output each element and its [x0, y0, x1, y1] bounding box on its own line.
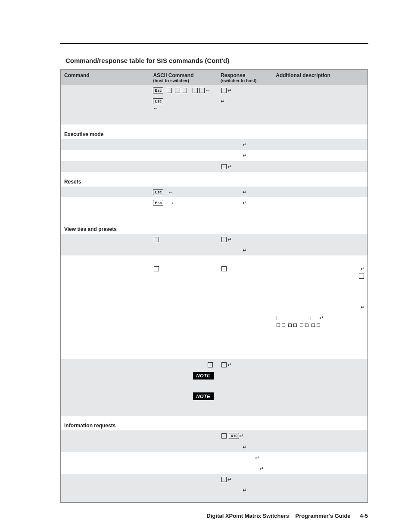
table-row [61, 208, 367, 219]
table-row [61, 495, 367, 502]
col-description: Additional description [272, 70, 367, 85]
command-table-frame: Command ASCII Command(host to switcher) … [60, 69, 368, 503]
table-row: NOTE [61, 391, 367, 402]
col-response: Response(switcher to host) [217, 70, 272, 85]
note-badge: NOTE [193, 392, 214, 400]
table-row: Esc [61, 85, 367, 96]
table-row [61, 485, 367, 495]
footer-guide: Programmer's Guide [296, 513, 351, 519]
section-header: View ties and presets [61, 219, 367, 234]
table-row [61, 113, 367, 124]
table-row [61, 161, 367, 171]
table-row [61, 474, 367, 485]
table-row [61, 263, 367, 281]
table-row [61, 255, 367, 263]
page-number: 4-5 [360, 513, 368, 519]
esc-key-icon: Esc [153, 87, 163, 93]
table-row [61, 139, 367, 150]
table-row [61, 330, 367, 359]
col-ascii: ASCII Command(host to switcher) [149, 70, 217, 85]
table-row [61, 402, 367, 416]
table-row: Esc [61, 187, 367, 197]
table-row: X10 [61, 430, 367, 441]
section-title: Command/response table for SIS commands … [65, 57, 368, 64]
esc-key-icon: Esc [153, 189, 163, 195]
table-row [61, 441, 367, 452]
esc-key-icon: Esc [153, 200, 163, 206]
section-header: Information requests [61, 416, 367, 430]
table-row [61, 150, 367, 161]
table-row [61, 312, 367, 330]
esc-key-icon: Esc [153, 98, 163, 104]
table-row [61, 302, 367, 312]
footer-product: Digital XPoint Matrix Switchers [207, 513, 289, 519]
table-header: Command ASCII Command(host to switcher) … [61, 70, 367, 85]
table-row: Esc [61, 197, 367, 208]
section-header: Resets [61, 172, 367, 187]
col-command: Command [61, 70, 149, 85]
section-header: Executive mode [61, 124, 367, 139]
note-badge: NOTE [193, 372, 214, 380]
command-table: Command ASCII Command(host to switcher) … [61, 70, 367, 502]
table-row [61, 245, 367, 255]
table-row [61, 281, 367, 302]
page-footer: Digital XPoint Matrix Switchers Programm… [207, 513, 368, 519]
table-row: NOTE [61, 370, 367, 381]
table-row: Esc [61, 96, 367, 113]
x10-badge: X10 [229, 433, 239, 439]
page: Command/response table for SIS commands … [0, 0, 411, 532]
table-row [61, 234, 367, 245]
table-row [61, 359, 367, 370]
table-row [61, 452, 367, 463]
table-row [61, 463, 367, 474]
table-row [61, 381, 367, 391]
horizontal-rule [60, 43, 368, 44]
